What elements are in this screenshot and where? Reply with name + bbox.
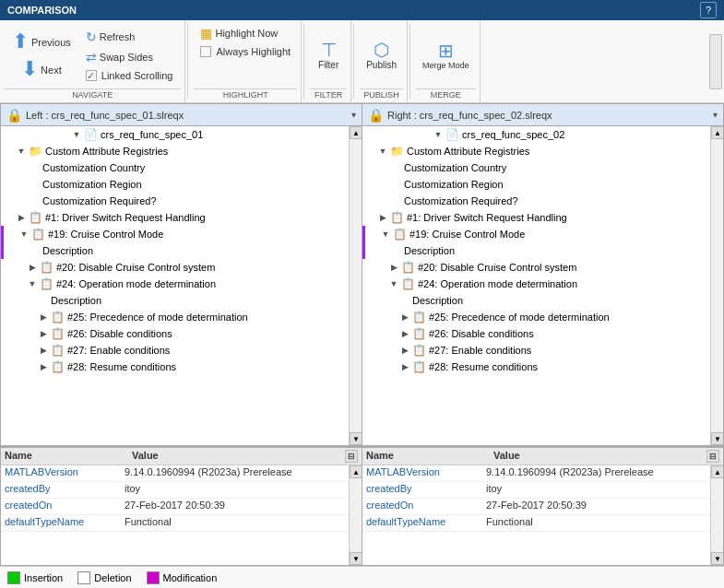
tree-label: #20: Disable Cruise Control system bbox=[56, 262, 215, 273]
tree-item[interactable]: ▼📋#19: Cruise Control Mode bbox=[1, 226, 349, 242]
tree-expander[interactable] bbox=[30, 245, 41, 256]
tree-expander[interactable] bbox=[399, 295, 410, 306]
tree-item[interactable]: Description bbox=[1, 292, 349, 309]
linked-scrolling-button[interactable]: ✓ Linked Scrolling bbox=[81, 68, 178, 83]
tree-item[interactable]: ▼📁Custom Attribute Registries bbox=[362, 143, 710, 159]
tree-item[interactable]: ▶📋#27: Enable conditions bbox=[1, 342, 349, 359]
tree-item[interactable]: Description bbox=[362, 242, 710, 259]
publish-button[interactable]: ⬡ Publish bbox=[362, 38, 401, 73]
tree-expander[interactable] bbox=[388, 179, 399, 190]
tree-item[interactable]: ▼📋#19: Cruise Control Mode bbox=[362, 226, 710, 242]
tree-expander[interactable]: ▶ bbox=[38, 361, 49, 372]
right-scroll-down[interactable]: ▼ bbox=[711, 432, 724, 445]
tree-expander[interactable] bbox=[391, 245, 402, 256]
tree-expander[interactable]: ▶ bbox=[16, 212, 27, 223]
prop-row[interactable]: createdByitoy bbox=[362, 482, 710, 499]
tree-expander[interactable]: ▶ bbox=[38, 312, 49, 323]
help-button[interactable]: ? bbox=[700, 2, 717, 18]
next-button[interactable]: ⬇ Next bbox=[17, 56, 66, 82]
tree-expander[interactable] bbox=[27, 179, 38, 190]
tree-item[interactable]: ▶📋#26: Disable conditions bbox=[362, 325, 710, 342]
prop-row[interactable]: createdOn27-Feb-2017 20:50:39 bbox=[362, 499, 710, 515]
right-props-down[interactable]: ▼ bbox=[711, 552, 724, 565]
tree-expander[interactable]: ▼ bbox=[16, 146, 27, 157]
left-props-scroll-btn[interactable]: ⊟ bbox=[345, 450, 358, 463]
tree-expander[interactable]: ▶ bbox=[399, 328, 410, 339]
tree-expander[interactable] bbox=[388, 195, 399, 206]
tree-item[interactable]: ▶📋#28: Resume conditions bbox=[362, 359, 710, 375]
tree-expander[interactable]: ▼ bbox=[380, 229, 391, 240]
tree-type-icon: 📋 bbox=[393, 228, 407, 241]
always-highlight-button[interactable]: Always Highlight bbox=[196, 44, 295, 59]
tree-item[interactable]: Customization Required? bbox=[1, 193, 349, 209]
tree-expander[interactable]: ▶ bbox=[399, 312, 410, 323]
prop-row[interactable]: defaultTypeNameFunctional bbox=[362, 515, 710, 532]
prop-row[interactable]: createdByitoy bbox=[1, 482, 349, 499]
tree-expander[interactable]: ▶ bbox=[38, 345, 49, 356]
tree-item[interactable]: ▶📋#25: Precedence of mode determination bbox=[362, 309, 710, 325]
tree-expander[interactable]: ▼ bbox=[71, 129, 82, 140]
tree-expander[interactable]: ▶ bbox=[388, 262, 399, 273]
tree-item[interactable]: Customization Country bbox=[362, 159, 710, 176]
prop-row[interactable]: defaultTypeNameFunctional bbox=[1, 515, 349, 532]
tree-item[interactable]: Customization Region bbox=[362, 176, 710, 193]
tree-expander[interactable]: ▶ bbox=[399, 345, 410, 356]
linked-scrolling-checkbox[interactable]: ✓ bbox=[86, 70, 97, 81]
tree-item[interactable]: ▼📋#24: Operation mode determination bbox=[1, 276, 349, 292]
tree-expander[interactable]: ▼ bbox=[433, 129, 444, 140]
prop-row[interactable]: MATLABVersion9.14.0.1960994 (R2023a) Pre… bbox=[1, 465, 349, 482]
swap-sides-button[interactable]: ⇄ Swap Sides bbox=[81, 48, 178, 66]
tree-expander[interactable]: ▼ bbox=[377, 146, 388, 157]
right-scroll-up[interactable]: ▲ bbox=[711, 126, 724, 139]
tree-item[interactable]: ▶📋#1: Driver Switch Request Handling bbox=[1, 209, 349, 226]
tree-expander[interactable]: ▶ bbox=[399, 361, 410, 372]
tree-item[interactable]: ▶📋#28: Resume conditions bbox=[1, 359, 349, 375]
merge-mode-button[interactable]: ⊞ Merge Mode bbox=[418, 39, 474, 73]
left-props-down[interactable]: ▼ bbox=[350, 552, 362, 565]
ribbon-scroll[interactable] bbox=[709, 34, 722, 89]
tree-expander[interactable] bbox=[388, 162, 399, 173]
tree-item[interactable]: Customization Region bbox=[1, 176, 349, 193]
tree-item[interactable]: ▶📋#26: Disable conditions bbox=[1, 325, 349, 342]
highlight-now-button[interactable]: ▦ Highlight Now bbox=[196, 24, 282, 42]
always-highlight-checkbox[interactable] bbox=[200, 46, 211, 57]
left-scroll-down[interactable]: ▼ bbox=[350, 432, 362, 445]
tree-expander[interactable]: ▼ bbox=[27, 278, 38, 289]
prop-row[interactable]: createdOn27-Feb-2017 20:50:39 bbox=[1, 499, 349, 515]
left-pane-arrow[interactable]: ▾ bbox=[351, 110, 356, 120]
tree-expander[interactable] bbox=[27, 162, 38, 173]
tree-item[interactable]: ▼📄crs_req_func_spec_02 bbox=[362, 126, 710, 143]
tree-item[interactable]: ▶📋#27: Enable conditions bbox=[362, 342, 710, 359]
right-props-scroll-btn[interactable]: ⊟ bbox=[706, 450, 719, 463]
tree-expander[interactable]: ▶ bbox=[38, 328, 49, 339]
tree-item[interactable]: ▶📋#20: Disable Cruise Control system bbox=[362, 259, 710, 276]
prop-row[interactable]: MATLABVersion9.14.0.1960994 (R2023a) Pre… bbox=[362, 465, 710, 482]
tree-expander[interactable] bbox=[27, 195, 38, 206]
tree-expander[interactable]: ▶ bbox=[27, 262, 38, 273]
left-props-up[interactable]: ▲ bbox=[350, 465, 362, 478]
refresh-button[interactable]: ↻ Refresh bbox=[81, 28, 178, 46]
tree-expander[interactable]: ▼ bbox=[388, 278, 399, 289]
filter-button[interactable]: ⊤ Filter bbox=[312, 38, 345, 73]
tree-item[interactable]: ▶📋#1: Driver Switch Request Handling bbox=[362, 209, 710, 226]
left-scroll-up[interactable]: ▲ bbox=[350, 126, 362, 139]
tree-item[interactable]: ▼📄crs_req_func_spec_01 bbox=[1, 126, 349, 143]
tree-expander[interactable] bbox=[38, 295, 49, 306]
tree-item[interactable]: ▶📋#25: Precedence of mode determination bbox=[1, 309, 349, 325]
right-props-scroll[interactable]: ▲ ▼ bbox=[710, 465, 723, 565]
tree-item[interactable]: Description bbox=[1, 242, 349, 259]
left-scroll[interactable]: ▲ ▼ bbox=[349, 126, 362, 445]
tree-item[interactable]: Description bbox=[362, 292, 710, 309]
right-scroll[interactable]: ▲ ▼ bbox=[710, 126, 723, 445]
right-props-up[interactable]: ▲ bbox=[711, 465, 724, 478]
right-pane-arrow[interactable]: ▾ bbox=[713, 110, 718, 120]
tree-item[interactable]: Customization Country bbox=[1, 159, 349, 176]
left-props-scroll[interactable]: ▲ ▼ bbox=[349, 465, 362, 565]
previous-button[interactable]: ⬆ Previous bbox=[7, 29, 76, 54]
tree-item[interactable]: Customization Required? bbox=[362, 193, 710, 209]
tree-item[interactable]: ▼📋#24: Operation mode determination bbox=[362, 276, 710, 292]
tree-item[interactable]: ▼📁Custom Attribute Registries bbox=[1, 143, 349, 159]
tree-expander[interactable]: ▶ bbox=[377, 212, 388, 223]
tree-expander[interactable]: ▼ bbox=[18, 229, 30, 240]
tree-item[interactable]: ▶📋#20: Disable Cruise Control system bbox=[1, 259, 349, 276]
